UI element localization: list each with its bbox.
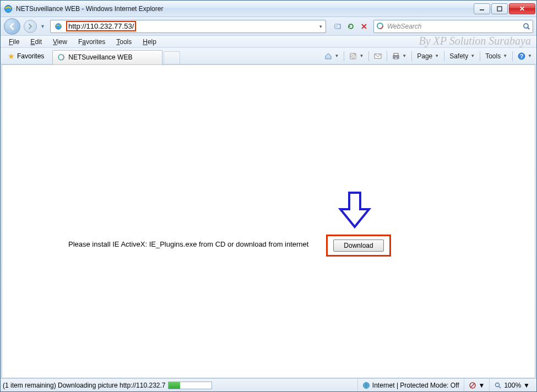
zoom-dropdown-icon: ▼ bbox=[523, 382, 530, 389]
feeds-button[interactable]: ▼ bbox=[347, 51, 366, 61]
new-tab-button[interactable] bbox=[164, 51, 180, 64]
tools-menu[interactable]: Tools▼ bbox=[483, 51, 509, 61]
svg-point-13 bbox=[351, 57, 352, 58]
star-icon: ★ bbox=[8, 52, 15, 61]
search-placeholder: WebSearch bbox=[387, 23, 523, 30]
status-bar: (1 item remaining) Downloading picture h… bbox=[1, 378, 536, 391]
mail-icon bbox=[374, 52, 382, 60]
zone-text: Internet | Protected Mode: Off bbox=[372, 382, 459, 389]
refresh-button[interactable] bbox=[345, 20, 357, 32]
page-content: Please install IE ActiveX: IE_Plugins.ex… bbox=[2, 64, 535, 378]
svg-point-0 bbox=[5, 5, 12, 12]
ie-app-icon bbox=[4, 4, 13, 13]
search-provider-icon bbox=[376, 22, 385, 31]
nav-history-dropdown[interactable]: ▼ bbox=[40, 24, 47, 29]
maximize-button[interactable] bbox=[491, 3, 508, 14]
download-highlight-box: Download bbox=[326, 235, 391, 257]
svg-point-3 bbox=[56, 23, 62, 29]
download-button[interactable]: Download bbox=[333, 239, 384, 252]
print-button[interactable]: ▼ bbox=[390, 51, 409, 61]
address-dropdown-icon[interactable]: ▾ bbox=[317, 24, 324, 29]
zoom-segment[interactable]: 100% ▼ bbox=[489, 379, 534, 391]
page-icon bbox=[54, 22, 63, 31]
back-button[interactable] bbox=[4, 18, 20, 35]
tab-title: NETSuveillance WEB bbox=[68, 53, 132, 61]
menu-file[interactable]: File bbox=[4, 36, 24, 47]
zoom-level: 100% bbox=[504, 382, 521, 389]
status-text: (1 item remaining) Downloading picture h… bbox=[3, 382, 166, 389]
favorites-label: Favorites bbox=[17, 52, 44, 60]
menu-help[interactable]: Help bbox=[138, 36, 161, 47]
down-arrow-graphic bbox=[338, 190, 371, 229]
minimize-button[interactable] bbox=[474, 3, 490, 14]
zoom-icon bbox=[494, 382, 502, 389]
svg-rect-5 bbox=[335, 24, 338, 29]
titlebar: NETSuveillance WEB - Windows Internet Ex… bbox=[1, 1, 536, 17]
menu-favorites[interactable]: Favorites bbox=[73, 36, 110, 47]
privacy-segment[interactable]: ▼ bbox=[464, 379, 490, 391]
window-buttons: ✕ bbox=[473, 3, 535, 14]
download-button-label: Download bbox=[344, 242, 373, 249]
tab-current[interactable]: NETSuveillance WEB bbox=[52, 50, 162, 64]
svg-point-23 bbox=[496, 383, 500, 386]
search-go-icon[interactable] bbox=[523, 23, 530, 30]
tab-favicon bbox=[57, 53, 65, 61]
progress-bar bbox=[168, 382, 212, 389]
close-button[interactable]: ✕ bbox=[509, 3, 535, 14]
menu-tools[interactable]: Tools bbox=[111, 36, 137, 47]
compat-view-button[interactable] bbox=[332, 20, 344, 32]
svg-rect-15 bbox=[394, 53, 398, 56]
privacy-dropdown-icon: ▼ bbox=[479, 382, 485, 389]
address-text[interactable]: http://110.232.77.53/ bbox=[65, 22, 317, 30]
search-box[interactable]: WebSearch bbox=[373, 20, 533, 33]
menu-edit[interactable]: Edit bbox=[25, 36, 47, 47]
svg-line-22 bbox=[470, 383, 475, 388]
page-menu[interactable]: Page▼ bbox=[415, 51, 441, 61]
window-title: NETSuveillance WEB - Windows Internet Ex… bbox=[16, 5, 163, 13]
internet-zone-icon bbox=[362, 382, 370, 389]
privacy-icon bbox=[469, 382, 476, 389]
stop-button[interactable] bbox=[358, 20, 370, 32]
help-button[interactable]: ? ▼ bbox=[516, 51, 534, 61]
address-bar[interactable]: http://110.232.77.53/ ▾ bbox=[50, 20, 326, 33]
zone-segment[interactable]: Internet | Protected Mode: Off bbox=[357, 379, 464, 391]
command-bar: ★ Favorites NETSuveillance WEB ▼ ▼ bbox=[1, 48, 536, 64]
svg-text:?: ? bbox=[520, 53, 523, 59]
svg-line-24 bbox=[499, 386, 501, 388]
navigation-bar: ▼ http://110.232.77.53/ ▾ WebSearch bbox=[1, 17, 536, 36]
safety-menu[interactable]: Safety▼ bbox=[447, 51, 477, 61]
watermark-text: By XP Solution Surabaya bbox=[419, 35, 531, 47]
favorites-button[interactable]: ★ Favorites bbox=[3, 50, 49, 62]
forward-button[interactable] bbox=[24, 20, 37, 33]
help-icon: ? bbox=[518, 52, 525, 60]
svg-line-9 bbox=[528, 28, 529, 29]
readmail-button[interactable] bbox=[372, 51, 384, 61]
home-icon bbox=[324, 52, 332, 60]
install-message: Please install IE ActiveX: IE_Plugins.ex… bbox=[68, 240, 308, 248]
svg-rect-2 bbox=[497, 7, 502, 11]
home-button[interactable]: ▼ bbox=[322, 51, 341, 61]
rss-icon bbox=[349, 52, 357, 60]
menu-bar: File Edit View Favorites Tools Help By X… bbox=[1, 36, 536, 48]
print-icon bbox=[392, 52, 400, 60]
menu-view[interactable]: View bbox=[48, 36, 72, 47]
ie-window: NETSuveillance WEB - Windows Internet Ex… bbox=[0, 0, 537, 392]
svg-rect-17 bbox=[394, 57, 398, 59]
svg-point-8 bbox=[524, 24, 528, 28]
